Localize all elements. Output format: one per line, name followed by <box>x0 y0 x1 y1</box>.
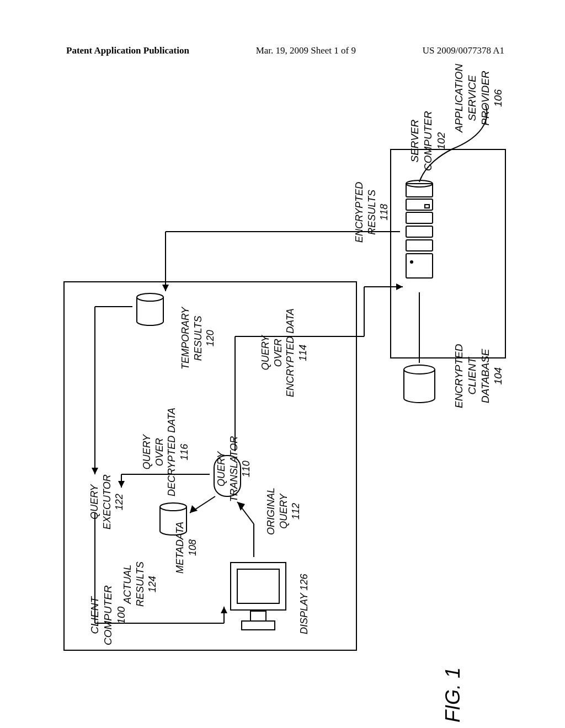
header-middle: Mar. 19, 2009 Sheet 1 of 9 <box>256 45 356 56</box>
encrypted-results-label: ENCRYPTEDRESULTS118 <box>353 182 391 243</box>
svg-marker-19 <box>162 285 169 291</box>
svg-marker-36 <box>237 502 245 511</box>
query-over-encrypted-label: QUERYOVERENCRYPTED DATA114 <box>259 308 309 397</box>
temporary-results-label: TEMPORARYRESULTS120 <box>179 307 217 370</box>
metadata-label: METADATA108 <box>174 522 199 574</box>
actual-results-label: ACTUALRESULTS124 <box>121 561 159 607</box>
figure-1: CLIENTCOMPUTER100 SERVERCOMPUTER102 APPL… <box>55 77 513 662</box>
query-translator-label: QUERYTRANSLATOR110 <box>215 436 253 502</box>
svg-marker-28 <box>92 468 98 474</box>
query-over-decrypted-label: QUERYOVERDECRYPTED DATA116 <box>141 408 190 496</box>
original-query-label: ORIGINALQUERY112 <box>265 488 302 535</box>
query-executor-label: QUERYEXECUTOR122 <box>88 474 126 529</box>
display-label: DISPLAY 126 <box>298 574 311 634</box>
figure-caption: FIG. 1 <box>441 667 465 722</box>
header-left: Patent Application Publication <box>66 45 189 56</box>
svg-marker-40 <box>221 607 227 613</box>
header-right: US 2009/0077378 A1 <box>423 45 504 56</box>
asp-label: APPLICATIONSERVICEPROVIDER106 <box>452 64 505 132</box>
encrypted-db-label: ENCRYPTEDCLIENTDATABASE104 <box>452 344 505 408</box>
svg-marker-24 <box>396 283 403 290</box>
server-computer-label: SERVERCOMPUTER102 <box>408 111 447 171</box>
